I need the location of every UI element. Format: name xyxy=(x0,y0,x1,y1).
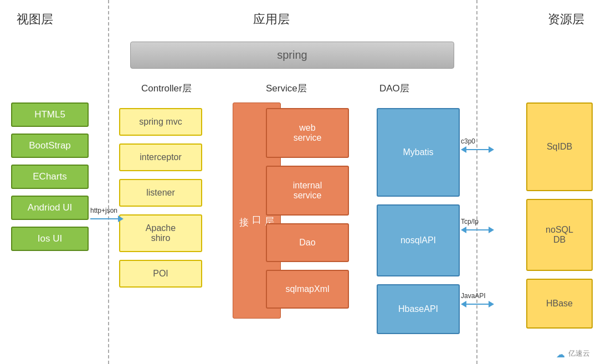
c3p0-left-arrowhead xyxy=(461,146,466,153)
mybatis-box: Mybatis xyxy=(377,108,460,197)
interceptor-box: interceptor xyxy=(119,143,202,171)
app-layer-label: 应用层 xyxy=(253,11,290,28)
hbase-api-box: HbaseAPI xyxy=(377,284,460,334)
dao-box: Dao xyxy=(266,223,349,262)
tcp-ip-arrow: Tcp/Ip xyxy=(461,218,494,233)
tcp-ip-label: Tcp/Ip xyxy=(461,218,494,225)
controller-label: Controller层 xyxy=(141,82,192,95)
watermark: 亿速云 xyxy=(568,348,590,358)
cloud-icon: ☁ xyxy=(556,349,565,360)
dao-col: Mybatis nosqlAPI HbaseAPI xyxy=(377,108,468,334)
android-box: Andriod UI xyxy=(11,196,89,220)
nosql-db-box: noSQLDB xyxy=(526,199,593,271)
java-api-arrow: JavaAPI xyxy=(461,292,494,307)
java-api-left-arrowhead xyxy=(461,301,466,307)
c3p0-arrow: c3p0 xyxy=(461,137,494,153)
tcp-ip-left-arrowhead xyxy=(461,227,466,233)
tcp-ip-right-arrowhead xyxy=(489,227,494,233)
view-items: HTML5 BootStrap ECharts Andriod UI Ios U… xyxy=(11,102,89,258)
http-json-line xyxy=(90,218,118,219)
controller-col: spring mvc interceptor listener Apachesh… xyxy=(119,108,210,295)
service-col: webservice internalservice Dao sqlmapXml xyxy=(266,108,357,316)
http-json-arrowhead xyxy=(118,216,124,222)
spring-mvc-box: spring mvc xyxy=(119,108,202,136)
web-service-box: webservice xyxy=(266,108,349,158)
service-label: Service层 xyxy=(266,82,307,95)
echarts-box: ECharts xyxy=(11,165,89,189)
dashed-line-1 xyxy=(108,0,109,364)
spring-bar: spring xyxy=(130,42,454,69)
poi-box: POI xyxy=(119,260,202,288)
ios-box: Ios UI xyxy=(11,227,89,251)
c3p0-line xyxy=(466,149,489,150)
tcp-ip-line xyxy=(466,229,489,230)
java-api-line xyxy=(466,304,489,305)
apache-shiro-box: Apacheshiro xyxy=(119,214,202,252)
http-json-label: http+json xyxy=(90,207,124,214)
c3p0-right-arrowhead xyxy=(489,146,494,153)
internal-service-box: internalservice xyxy=(266,166,349,216)
sqlmap-box: sqlmapXml xyxy=(266,270,349,309)
view-layer-label: 视图层 xyxy=(17,11,53,28)
java-api-right-arrowhead xyxy=(489,301,494,307)
java-api-label: JavaAPI xyxy=(461,292,494,300)
dao-label: DAO层 xyxy=(379,82,409,95)
spring-container: spring xyxy=(119,42,465,77)
listener-box: listener xyxy=(119,179,202,207)
resource-col: SqIDB noSQLDB HBase xyxy=(526,102,593,336)
http-json-arrow: http+json xyxy=(90,207,124,222)
hbase-box: HBase xyxy=(526,279,593,329)
sqldb-box: SqIDB xyxy=(526,102,593,191)
diagram: 视图层 应用层 资源层 spring Controller层 Service层 … xyxy=(0,0,601,364)
bootstrap-box: BootStrap xyxy=(11,134,89,158)
dashed-line-2 xyxy=(476,0,477,364)
html5-box: HTML5 xyxy=(11,102,89,127)
c3p0-label: c3p0 xyxy=(461,137,494,145)
nosql-api-box: nosqlAPI xyxy=(377,204,460,276)
resource-layer-label: 资源层 xyxy=(548,11,584,28)
